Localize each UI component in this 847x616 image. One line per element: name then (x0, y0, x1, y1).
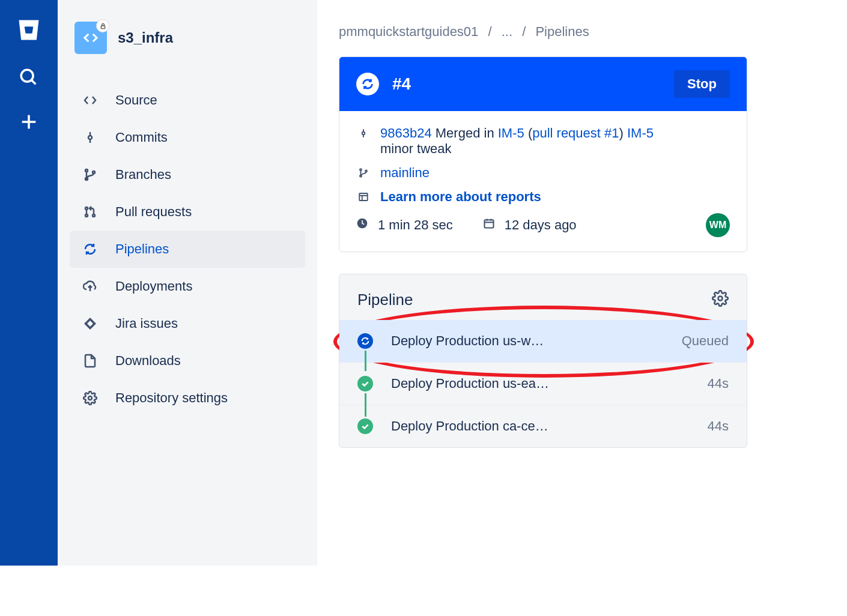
commit-text-2: minor tweak (380, 141, 452, 156)
branch-icon (356, 165, 371, 178)
commit-line: 9863b24 Merged in IM-5 (pull request #1)… (356, 125, 730, 157)
repo-avatar-icon (74, 22, 107, 54)
commit-text: Merged in (436, 125, 494, 140)
gear-icon[interactable] (712, 290, 729, 309)
sidebar-item-commits[interactable]: Commits (70, 119, 305, 156)
running-status-icon (356, 73, 379, 95)
sidebar-item-source[interactable]: Source (70, 82, 305, 119)
svg-point-22 (365, 171, 367, 172)
branch-icon (82, 168, 99, 182)
meta-row: 1 min 28 sec 12 days ago WM (356, 213, 730, 237)
run-header: #4 Stop (339, 57, 747, 111)
steps-container: Deploy Production us-w… Queued Deploy Pr… (339, 320, 747, 447)
branch-link[interactable]: mainline (380, 165, 430, 181)
svg-point-5 (88, 136, 92, 139)
age-text: 12 days ago (505, 217, 577, 233)
pipeline-run-card: #4 Stop 9863b24 Merged in IM-5 (pull req… (339, 56, 747, 252)
repo-header: s3_infra (74, 22, 305, 54)
global-nav-rail (0, 0, 58, 566)
pipeline-head: Pipeline (339, 274, 747, 320)
svg-point-20 (360, 169, 362, 171)
avatar[interactable]: WM (706, 213, 730, 237)
pipeline-step[interactable]: Deploy Production ca-ce… 44s (339, 405, 747, 447)
step-label: Deploy Production us-ea… (391, 376, 708, 391)
sidebar-item-label: Commits (115, 130, 168, 145)
add-icon[interactable] (19, 112, 39, 134)
lock-icon (96, 19, 109, 32)
svg-point-16 (88, 396, 92, 400)
gear-icon (82, 391, 99, 405)
svg-rect-23 (359, 193, 368, 201)
commit-icon (82, 130, 99, 145)
commit-icon (356, 125, 371, 139)
pipeline-step[interactable]: Deploy Production us-ea… 44s (339, 362, 747, 405)
sidebar-item-downloads[interactable]: Downloads (70, 342, 305, 379)
jira-icon (82, 316, 99, 331)
calendar-icon (483, 217, 495, 233)
step-connector (365, 351, 366, 371)
svg-point-0 (21, 70, 33, 82)
paren: ) (619, 125, 624, 140)
svg-point-17 (362, 132, 365, 135)
svg-line-1 (31, 80, 35, 84)
svg-point-8 (85, 169, 88, 172)
commit-hash-link[interactable]: 9863b24 (380, 125, 432, 140)
run-number: #4 (392, 74, 661, 94)
sidebar-item-label: Deployments (115, 279, 192, 294)
report-icon (356, 189, 371, 202)
step-label: Deploy Production us-w… (391, 333, 682, 349)
pipelines-icon (82, 242, 99, 256)
stop-button[interactable]: Stop (674, 70, 730, 98)
svg-point-13 (93, 214, 95, 217)
pipeline-steps-card: Pipeline Deploy Production us-w… Queued … (339, 274, 747, 448)
step-status: Queued (682, 333, 729, 349)
breadcrumb-current[interactable]: Pipelines (535, 24, 589, 39)
pipeline-title: Pipeline (357, 291, 413, 309)
svg-rect-4 (101, 26, 105, 29)
pull-request-icon (82, 205, 99, 219)
bitbucket-logo-icon[interactable] (16, 17, 42, 46)
sidebar-item-repository-settings[interactable]: Repository settings (70, 379, 305, 417)
sidebar-item-pipelines[interactable]: Pipelines (70, 231, 305, 268)
svg-point-31 (718, 297, 723, 301)
sidebar-item-label: Pull requests (115, 204, 192, 220)
code-icon (82, 93, 99, 107)
issue-link-2[interactable]: IM-5 (627, 125, 654, 140)
cloud-upload-icon (82, 279, 99, 294)
main-content: pmmquickstartguides01 / ... / Pipelines … (317, 0, 769, 566)
breadcrumb-ellipsis[interactable]: ... (502, 24, 512, 39)
run-body: 9863b24 Merged in IM-5 (pull request #1)… (339, 111, 747, 252)
repo-sidebar: s3_infra Source Commits Branches Pull re… (58, 0, 317, 566)
sidebar-item-jira-issues[interactable]: Jira issues (70, 305, 305, 342)
breadcrumb-workspace[interactable]: pmmquickstartguides01 (339, 24, 478, 39)
sidebar-item-label: Branches (115, 167, 171, 183)
sidebar-item-deployments[interactable]: Deployments (70, 268, 305, 305)
reports-link[interactable]: Learn more about reports (380, 189, 541, 205)
sidebar-item-label: Source (115, 92, 157, 108)
issue-link[interactable]: IM-5 (498, 125, 524, 140)
running-status-icon (357, 333, 373, 349)
sidebar-item-branches[interactable]: Branches (70, 156, 305, 193)
sidebar-item-pull-requests[interactable]: Pull requests (70, 193, 305, 231)
svg-point-11 (85, 207, 88, 210)
duration-text: 1 min 28 sec (378, 217, 453, 233)
pipeline-step[interactable]: Deploy Production us-w… Queued (339, 320, 747, 362)
step-connector (365, 393, 366, 414)
file-icon (82, 354, 99, 368)
breadcrumb: pmmquickstartguides01 / ... / Pipelines (339, 24, 747, 40)
success-status-icon (357, 418, 373, 434)
sidebar-item-label: Downloads (115, 353, 181, 369)
step-label: Deploy Production ca-ce… (391, 418, 708, 434)
step-duration: 44s (708, 376, 729, 391)
clock-icon (356, 217, 368, 233)
pr-link[interactable]: pull request #1 (532, 125, 619, 140)
svg-rect-27 (484, 220, 493, 228)
sidebar-item-label: Repository settings (115, 390, 228, 406)
breadcrumb-separator: / (488, 24, 491, 39)
search-icon[interactable] (19, 67, 39, 90)
success-status-icon (357, 376, 373, 391)
repo-name[interactable]: s3_infra (118, 29, 173, 46)
sidebar-item-label: Pipelines (115, 241, 169, 257)
breadcrumb-separator: / (522, 24, 526, 39)
step-duration: 44s (708, 418, 729, 434)
